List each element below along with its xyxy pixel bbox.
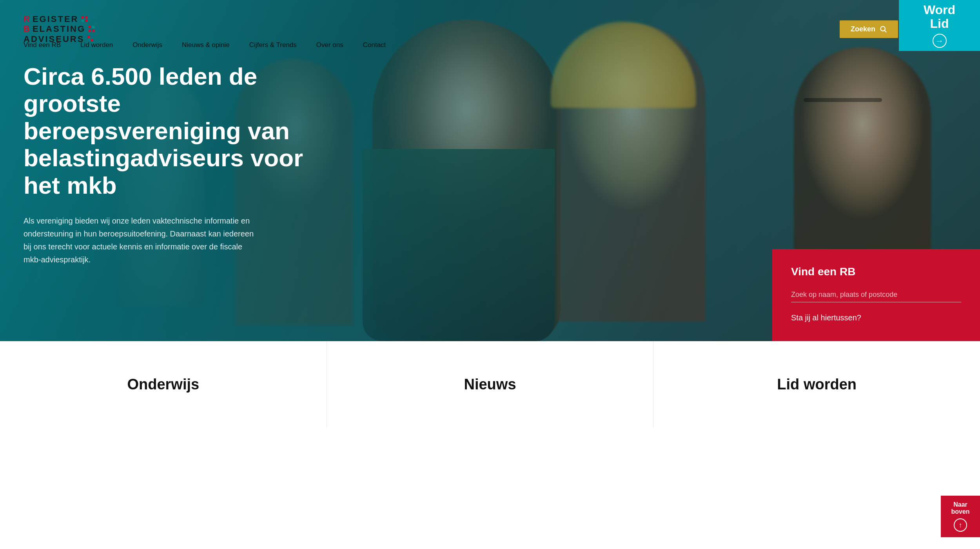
- card-lid-worden[interactable]: Lid worden: [653, 341, 980, 427]
- logo-grid-1: [82, 16, 88, 22]
- nav-item-contact[interactable]: Contact: [363, 41, 386, 49]
- nav-item-cijfers[interactable]: Cijfers & Trends: [249, 41, 297, 49]
- vind-rb-title: Vind een RB: [791, 265, 961, 278]
- hero-subtitle: Als vereniging bieden wij onze leden vak…: [24, 215, 255, 266]
- naar-boven-label: Naar boven: [946, 501, 975, 515]
- naar-boven-button[interactable]: Naar boven ↑: [941, 496, 980, 537]
- word-lid-label: WordLid: [924, 3, 955, 31]
- hero-title: Circa 6.500 leden de grootste beroepsver…: [24, 63, 318, 199]
- card-nieuws-title: Nieuws: [464, 376, 516, 393]
- card-onderwijs-title: Onderwijs: [127, 376, 199, 393]
- bottom-cards: Onderwijs Nieuws Lid worden: [0, 341, 980, 427]
- search-label: Zoeken: [851, 25, 875, 33]
- search-icon: [879, 25, 887, 33]
- svg-point-0: [880, 26, 885, 31]
- vind-rb-search-input[interactable]: [791, 287, 961, 302]
- naar-boven-arrow-icon: ↑: [954, 518, 967, 532]
- logo-line-2: BELASTING: [24, 24, 95, 34]
- card-lid-worden-title: Lid worden: [777, 376, 857, 393]
- word-lid-arrow-icon: →: [933, 34, 947, 48]
- nav-item-over-ons[interactable]: Over ons: [316, 41, 343, 49]
- card-nieuws[interactable]: Nieuws: [327, 341, 654, 427]
- svg-line-1: [885, 31, 887, 33]
- nav-item-lid-worden[interactable]: Lid worden: [80, 41, 113, 49]
- hero-content: Circa 6.500 leden de grootste beroepsver…: [24, 63, 318, 266]
- main-nav: Vind een RB Lid worden Onderwijs Nieuws …: [0, 35, 980, 55]
- word-lid-button[interactable]: WordLid →: [899, 0, 980, 51]
- nav-item-onderwijs[interactable]: Onderwijs: [132, 41, 162, 49]
- vind-rb-box: Vind een RB Sta jij al hiertussen?: [772, 249, 980, 341]
- logo-grid-2: [89, 26, 95, 32]
- vind-rb-link[interactable]: Sta jij al hiertussen?: [791, 313, 861, 322]
- logo-line-1: REGISTER: [24, 14, 95, 24]
- nav-item-vind-rb[interactable]: Vind een RB: [24, 41, 61, 49]
- card-onderwijs[interactable]: Onderwijs: [0, 341, 327, 427]
- nav-item-nieuws[interactable]: Nieuws & opinie: [182, 41, 230, 49]
